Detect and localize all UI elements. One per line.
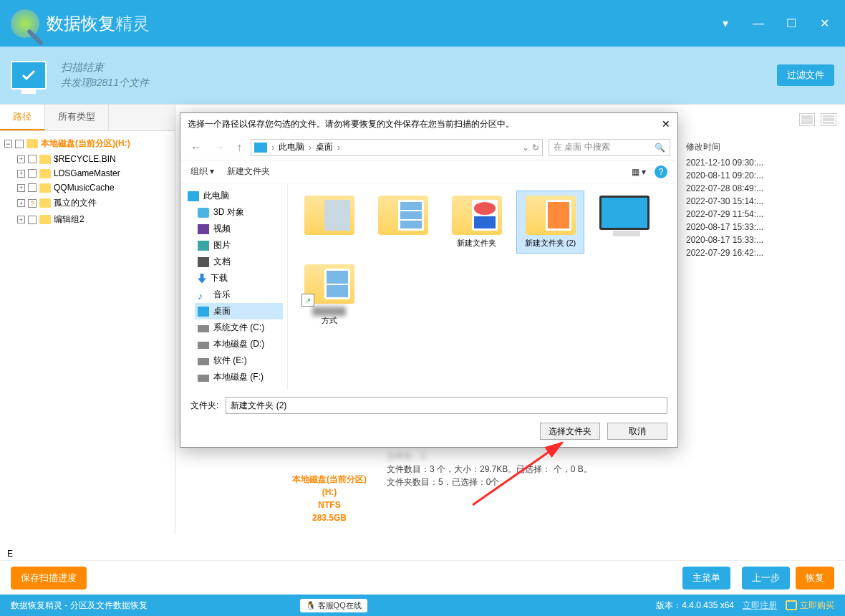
dialog-close-button[interactable]: ✕: [662, 118, 670, 130]
tree-downloads[interactable]: 下载: [195, 270, 283, 287]
breadcrumb[interactable]: › 此电脑 › 桌面 › ⌄↻: [251, 139, 543, 156]
cancel-button[interactable]: 取消: [607, 423, 667, 440]
tree-this-pc[interactable]: 此电脑: [185, 188, 283, 204]
save-scan-button[interactable]: 保存扫描进度: [11, 567, 87, 589]
tree-item[interactable]: +LDSGameMaster: [17, 166, 170, 181]
maximize-button[interactable]: ☐: [781, 16, 801, 31]
folder-icon: [39, 215, 51, 224]
expand-icon[interactable]: +: [17, 199, 25, 207]
help-icon[interactable]: ?: [655, 165, 667, 178]
bottom-right-buttons: 主菜单 上一步 恢复: [677, 567, 834, 589]
cube-icon: [198, 208, 209, 218]
expand-icon[interactable]: +: [17, 216, 25, 223]
register-link[interactable]: 立即注册: [743, 600, 777, 612]
dialog-files: 新建文件夹 新建文件夹 (2) ██████方式: [288, 183, 677, 390]
file-item[interactable]: [369, 191, 437, 254]
qq-support-badge[interactable]: 🐧客服QQ在线: [300, 599, 367, 612]
tree-label: 下载: [211, 272, 228, 284]
tree-label: 文档: [213, 256, 231, 268]
checkbox[interactable]: [28, 169, 37, 178]
tree-pictures[interactable]: 图片: [195, 237, 283, 254]
minimize-button[interactable]: —: [748, 16, 768, 31]
tree-videos[interactable]: 视频: [195, 221, 283, 237]
grid-view-icon[interactable]: [799, 113, 815, 126]
pc-icon: [254, 143, 267, 153]
tree-documents[interactable]: 文档: [195, 254, 283, 270]
folder-name-input[interactable]: [226, 397, 667, 414]
tree-music[interactable]: ♪音乐: [195, 287, 283, 303]
main-menu-button[interactable]: 主菜单: [682, 567, 730, 589]
search-icon[interactable]: 🔍: [655, 143, 665, 153]
music-icon: ♪: [198, 290, 209, 300]
view-mode-icon[interactable]: ▦ ▾: [632, 167, 646, 177]
chevron-down-icon[interactable]: ⌄: [522, 143, 529, 153]
organize-menu[interactable]: 组织 ▾: [190, 165, 214, 178]
search-input[interactable]: 在 桌面 中搜索 🔍: [549, 139, 670, 156]
recover-button[interactable]: 恢复: [796, 567, 834, 589]
tree-item[interactable]: +编辑组2: [17, 211, 170, 228]
checkbox[interactable]: [15, 140, 24, 148]
breadcrumb-desktop[interactable]: 桌面: [316, 141, 333, 153]
tree-drive-d[interactable]: 本地磁盘 (D:): [195, 336, 283, 352]
tree-root[interactable]: − 本地磁盘(当前分区)(H:): [4, 135, 170, 152]
list-view-icon[interactable]: [821, 113, 836, 126]
file-item[interactable]: ██████方式: [295, 259, 363, 331]
folder-icon: [526, 196, 576, 235]
date-header[interactable]: 修改时间: [680, 138, 838, 156]
video-icon: [198, 224, 209, 234]
tree-desktop[interactable]: 桌面: [195, 303, 283, 319]
nav-up-icon[interactable]: ↑: [233, 141, 245, 154]
tree-item[interactable]: +QQMusicCache: [17, 181, 170, 195]
tree-drive-f[interactable]: 本地磁盘 (F:): [195, 369, 283, 385]
checkbox[interactable]: [28, 216, 37, 224]
disk-card[interactable]: 本地磁盘(当前分区)(H:) NTFS 283.5GB: [286, 473, 372, 524]
checkbox[interactable]: [28, 183, 37, 192]
file-item-selected[interactable]: 新建文件夹 (2): [516, 191, 584, 254]
breadcrumb-pc[interactable]: 此电脑: [279, 141, 304, 153]
folder-icon: [39, 183, 51, 193]
prev-step-button[interactable]: 上一步: [742, 567, 790, 589]
view-toggle: [799, 113, 836, 126]
file-item[interactable]: [295, 191, 363, 254]
close-button[interactable]: ✕: [814, 16, 834, 31]
tab-path[interactable]: 路径: [0, 105, 45, 130]
folder-icon: [304, 196, 354, 235]
tab-all-types[interactable]: 所有类型: [45, 105, 109, 130]
tree-drive-c[interactable]: 系统文件 (C:): [195, 319, 283, 336]
tree-item[interactable]: +$RECYCLE.BIN: [17, 152, 170, 166]
nav-back-icon[interactable]: ←: [188, 141, 205, 154]
expand-icon[interactable]: +: [17, 155, 25, 163]
file-item[interactable]: [590, 191, 658, 254]
tree-item[interactable]: +?孤立的文件: [17, 195, 170, 211]
app-title-light: 精灵: [115, 14, 150, 33]
tree-label: 软件 (E:): [213, 355, 247, 367]
buy-link[interactable]: 立即购买: [786, 600, 834, 612]
select-folder-button[interactable]: 选择文件夹: [540, 423, 600, 440]
chevron-right-icon: ›: [337, 143, 340, 153]
app-logo-icon: [11, 9, 39, 38]
nav-forward-icon[interactable]: →: [211, 141, 228, 154]
new-folder-button[interactable]: 新建文件夹: [227, 165, 270, 178]
expand-icon[interactable]: +: [17, 170, 25, 178]
status-bar: 扫描结束 共发现82811个文件 过滤文件: [0, 47, 845, 104]
collapse-icon[interactable]: −: [4, 140, 12, 148]
tree-label: 音乐: [213, 289, 231, 301]
chevron-right-icon: ›: [309, 143, 312, 153]
file-item[interactable]: 新建文件夹: [443, 191, 511, 254]
expand-icon[interactable]: +: [17, 184, 25, 192]
tree-drive-e[interactable]: 软件 (E:): [195, 352, 283, 369]
refresh-icon[interactable]: ↻: [532, 143, 539, 153]
tree-root-label: 本地磁盘(当前分区)(H:): [41, 138, 130, 150]
document-icon: [198, 257, 209, 267]
scan-status-count: 共发现82811个文件: [61, 77, 149, 90]
file-label: 新建文件夹 (2): [518, 238, 582, 249]
dialog-nav: ← → ↑ › 此电脑 › 桌面 › ⌄↻ 在 桌面 中搜索 🔍: [180, 135, 677, 160]
tree-label: $RECYCLE.BIN: [54, 154, 116, 164]
dialog-buttons: 选择文件夹 取消: [190, 423, 667, 440]
dropdown-button[interactable]: ▾: [715, 16, 735, 31]
tree-3d-objects[interactable]: 3D 对象: [195, 204, 283, 221]
footer-right: 版本：4.4.0.435 x64 立即注册 立即购买: [656, 600, 834, 612]
checkbox[interactable]: ?: [28, 199, 37, 208]
checkbox[interactable]: [28, 155, 37, 163]
filter-files-button[interactable]: 过滤文件: [777, 64, 834, 86]
